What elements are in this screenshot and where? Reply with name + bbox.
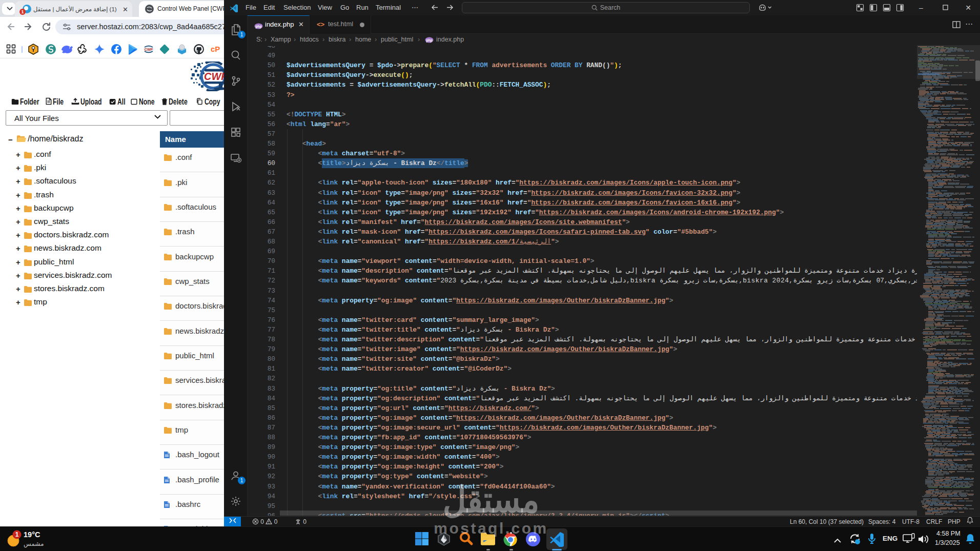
svg-text:CWP: CWP [145, 48, 153, 51]
svg-text:1: 1 [15, 531, 19, 538]
svg-text:php: php [426, 38, 433, 43]
svg-text:cP: cP [211, 45, 220, 53]
svg-text:CWP: CWP [204, 71, 224, 82]
svg-text:php: php [256, 25, 262, 29]
